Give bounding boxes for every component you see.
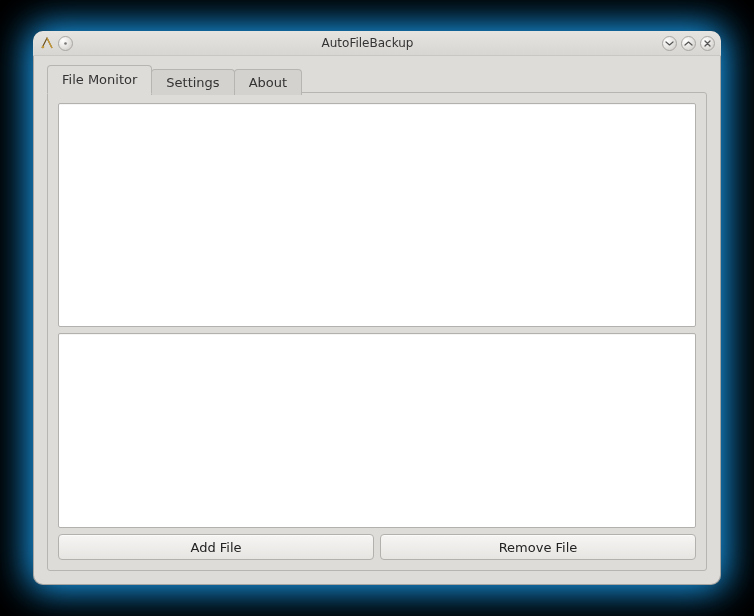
add-file-button[interactable]: Add File <box>58 534 374 560</box>
svg-point-0 <box>41 46 44 49</box>
remove-file-button[interactable]: Remove File <box>380 534 696 560</box>
tab-file-monitor[interactable]: File Monitor <box>47 65 152 94</box>
tab-page-file-monitor: Add File Remove File <box>47 92 707 571</box>
svg-point-1 <box>64 42 67 45</box>
tab-label: About <box>249 75 287 90</box>
shade-button[interactable] <box>58 36 73 51</box>
minimize-button[interactable] <box>662 36 677 51</box>
maximize-button[interactable] <box>681 36 696 51</box>
button-row: Add File Remove File <box>58 534 696 560</box>
tab-about[interactable]: About <box>234 69 302 95</box>
tab-settings[interactable]: Settings <box>151 69 234 95</box>
client-area: File Monitor Settings About Add File <box>33 55 721 585</box>
app-icon <box>39 36 54 51</box>
titlebar[interactable]: AutoFileBackup <box>33 31 721 56</box>
button-label: Add File <box>190 540 241 555</box>
tab-label: Settings <box>166 75 219 90</box>
window-title: AutoFileBackup <box>73 36 662 50</box>
app-window: AutoFileBackup File Monitor Setti <box>33 31 721 585</box>
tab-bar: File Monitor Settings About <box>47 65 707 93</box>
tab-label: File Monitor <box>62 72 137 87</box>
monitored-files-list[interactable] <box>58 103 696 327</box>
close-button[interactable] <box>700 36 715 51</box>
backup-log-list[interactable] <box>58 333 696 528</box>
button-label: Remove File <box>499 540 578 555</box>
